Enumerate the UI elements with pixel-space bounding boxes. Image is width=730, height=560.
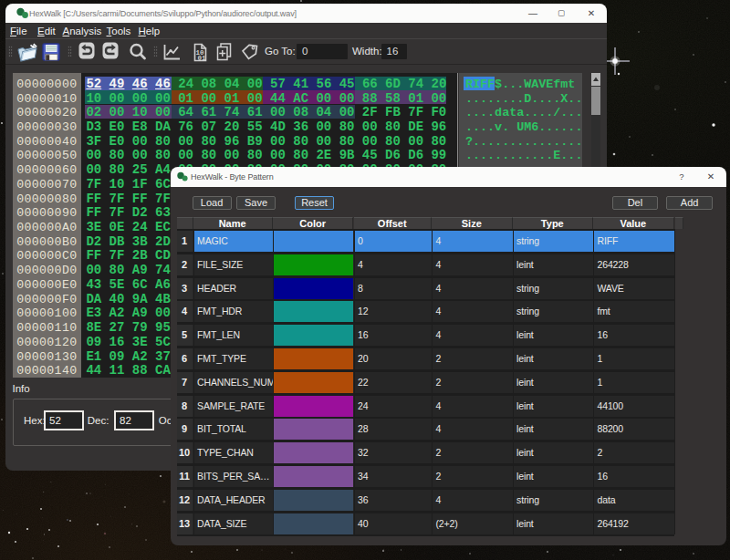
svg-text:01: 01 (198, 55, 207, 62)
